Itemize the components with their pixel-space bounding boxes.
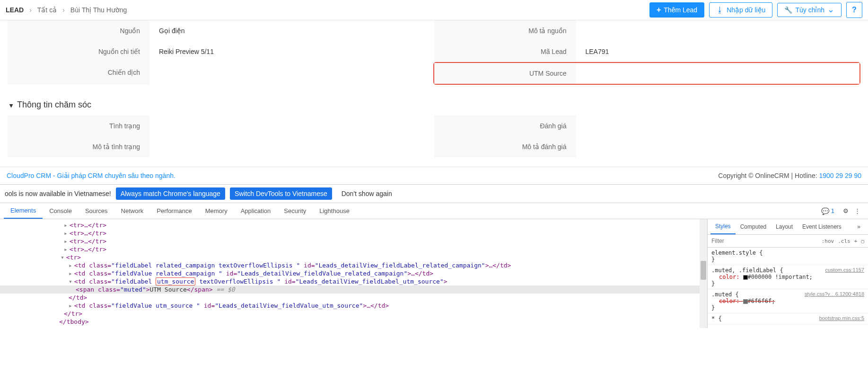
source-desc-label: Mô tả nguồn — [434, 20, 576, 41]
breadcrumb-all[interactable]: Tất cả — [37, 6, 57, 14]
status-value[interactable] — [149, 116, 434, 136]
color-swatch-black[interactable] — [743, 275, 748, 280]
styles-filter-input[interactable] — [708, 235, 818, 247]
box-model-toggle[interactable]: ▢ — [861, 238, 864, 244]
customize-button[interactable]: Tùy chỉnh — [777, 3, 842, 17]
utm-source-value[interactable] — [576, 63, 860, 84]
chevron-down-icon — [827, 6, 834, 14]
source-desc-value[interactable] — [576, 20, 861, 41]
download-icon — [716, 6, 724, 14]
customize-label: Tùy chỉnh — [795, 6, 824, 14]
banner-message: ools is now available in Vietnamese! — [5, 190, 111, 197]
new-style-rule[interactable]: + — [854, 238, 858, 244]
breadcrumb-sep-1: › — [29, 6, 32, 14]
banner-switch-vietnamese-button[interactable]: Switch DevTools to Vietnamese — [230, 187, 332, 200]
help-button[interactable] — [846, 2, 862, 18]
breadcrumb-root[interactable]: LEAD — [6, 6, 24, 14]
footer-right: Copyright © OnlineCRM | Hotline: 1900 29… — [718, 172, 861, 179]
devtools-body: <tr>…</tr> <tr>…</tr> <tr>…</tr> <tr>…</… — [0, 219, 868, 328]
devtools-language-banner: ools is now available in Vietnamese! Alw… — [0, 185, 868, 203]
color-swatch-grey[interactable] — [743, 299, 748, 304]
help-icon — [852, 6, 857, 14]
footer-copyright: Copyright © OnlineCRM | Hotline: — [718, 172, 819, 179]
footer-bar: CloudPro CRM - Giải pháp CRM chuyên sâu … — [0, 167, 868, 184]
breadcrumb-name: Bùi Thị Thu Hường — [70, 6, 127, 14]
top-bar: LEAD › Tất cả › Bùi Thị Thu Hường Thêm L… — [0, 0, 868, 20]
css-source-link-3[interactable]: bootstrap.min.css:5 — [819, 315, 864, 321]
lead-code-value[interactable]: LEA791 — [576, 41, 861, 62]
banner-match-language-button[interactable]: Always match Chrome's language — [116, 187, 225, 200]
tab-lighthouse[interactable]: Lighthouse — [313, 204, 356, 218]
care-section-header[interactable]: Thông tin chăm sóc — [0, 94, 868, 116]
tab-application[interactable]: Application — [234, 204, 278, 218]
status-desc-label: Mô tả tình trạng — [8, 136, 149, 157]
care-section-title: Thông tin chăm sóc — [17, 100, 91, 110]
status-label: Tình trạng — [8, 116, 149, 136]
footer-brand[interactable]: CloudPro CRM - Giải pháp CRM chuyên sâu … — [7, 172, 175, 179]
tab-elements[interactable]: Elements — [4, 203, 43, 219]
tab-console[interactable]: Console — [43, 204, 79, 218]
lead-code-label: Mã Lead — [434, 41, 576, 62]
devtools: ools is now available in Vietnamese! Alw… — [0, 184, 868, 328]
breadcrumb-sep-2: › — [62, 6, 65, 14]
import-button[interactable]: Nhập dữ liệu — [709, 2, 772, 18]
side-tab-more[interactable]: » — [852, 220, 865, 234]
source-panel: Nguồn Gọi điện Mô tả nguồn Nguồn chi tiế… — [8, 20, 860, 85]
import-label: Nhập dữ liệu — [727, 6, 765, 14]
tab-memory[interactable]: Memory — [199, 204, 234, 218]
dom-tree[interactable]: <tr>…</tr> <tr>…</tr> <tr>…</tr> <tr>…</… — [0, 219, 707, 328]
source-detail-label: Nguồn chi tiết — [8, 41, 149, 62]
selected-dom-node[interactable]: <span class="muted">UTM Source</span> ==… — [0, 285, 707, 294]
side-tab-styles[interactable]: Styles — [710, 219, 736, 234]
utm-source-label: UTM Source — [434, 63, 576, 84]
cls-toggle[interactable]: .cls — [838, 238, 850, 244]
utm-source-cell-highlight: UTM Source — [433, 62, 861, 85]
campaign-label: Chiến dịch — [8, 62, 149, 85]
hov-toggle[interactable]: :hov — [822, 238, 834, 244]
source-detail-value[interactable]: Reiki Preview 5/11 — [149, 41, 434, 62]
footer-hotline[interactable]: 1900 29 29 90 — [819, 172, 861, 179]
breadcrumb: LEAD › Tất cả › Bùi Thị Thu Hường — [6, 6, 127, 14]
devtools-tabs: Elements Console Sources Network Perform… — [0, 203, 868, 219]
css-source-link-2[interactable]: style.css?v…6.1200:4818 — [805, 291, 864, 297]
rating-value[interactable] — [576, 116, 861, 136]
action-buttons: Thêm Lead Nhập dữ liệu Tùy chỉnh — [649, 2, 862, 18]
add-lead-button[interactable]: Thêm Lead — [649, 2, 704, 18]
tab-performance[interactable]: Performance — [150, 204, 198, 218]
tab-network[interactable]: Network — [114, 204, 150, 218]
source-label: Nguồn — [8, 20, 149, 41]
utm-source-highlight-box: utm_source — [156, 277, 195, 285]
css-source-link-1[interactable]: custom.css:1157 — [825, 267, 864, 273]
tab-security[interactable]: Security — [277, 204, 313, 218]
rating-desc-label: Mô tả đánh giá — [434, 136, 576, 157]
rating-label: Đánh giá — [434, 116, 576, 136]
banner-dont-show-button[interactable]: Don't show again — [337, 187, 397, 200]
care-panel: Tình trạng Đánh giá Mô tả tình trạng Mô … — [8, 116, 860, 157]
side-tab-event-listeners[interactable]: Event Listeners — [798, 220, 846, 234]
gear-icon[interactable] — [843, 207, 849, 214]
source-value[interactable]: Gọi điện — [149, 20, 434, 41]
tab-sources[interactable]: Sources — [79, 204, 114, 218]
kebab-icon[interactable] — [854, 207, 860, 214]
status-desc-value[interactable] — [149, 136, 434, 157]
side-tab-layout[interactable]: Layout — [771, 220, 798, 234]
issues-badge[interactable]: 1 — [818, 206, 837, 216]
dom-scrollbar[interactable] — [700, 219, 707, 328]
add-lead-label: Thêm Lead — [664, 6, 697, 14]
section-toggle-icon — [9, 100, 13, 110]
side-tab-computed[interactable]: Computed — [736, 220, 771, 234]
wrench-icon — [784, 6, 792, 14]
rating-desc-value[interactable] — [576, 136, 861, 157]
campaign-value[interactable] — [149, 62, 433, 85]
plus-icon — [657, 6, 661, 14]
styles-panel: Styles Computed Layout Event Listeners »… — [707, 219, 868, 328]
